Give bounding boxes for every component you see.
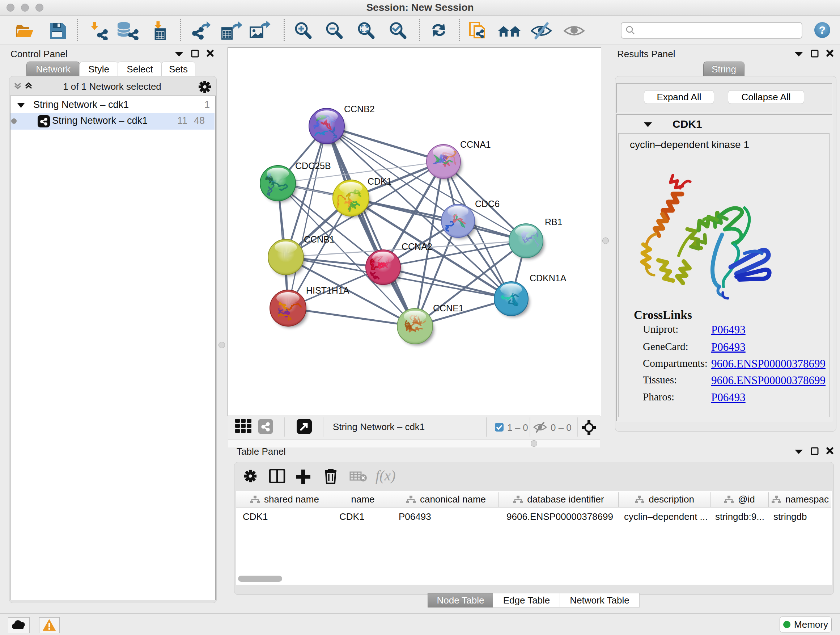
svg-text:CDKN1A: CDKN1A: [530, 273, 567, 283]
svg-text:CCNB1: CCNB1: [304, 234, 335, 244]
svg-text:CCNB2: CCNB2: [344, 104, 375, 114]
svg-text:CCNA1: CCNA1: [460, 139, 491, 149]
svg-text:RB1: RB1: [545, 217, 562, 227]
svg-text:CCNE1: CCNE1: [433, 303, 464, 313]
svg-text:CDK1: CDK1: [368, 176, 392, 187]
svg-text:CDC6: CDC6: [475, 199, 500, 209]
svg-text:?: ?: [819, 24, 826, 36]
svg-text:CCNA2: CCNA2: [401, 241, 432, 252]
svg-text:CDC25B: CDC25B: [295, 161, 331, 171]
svg-text:HIST1H1A: HIST1H1A: [306, 285, 349, 295]
